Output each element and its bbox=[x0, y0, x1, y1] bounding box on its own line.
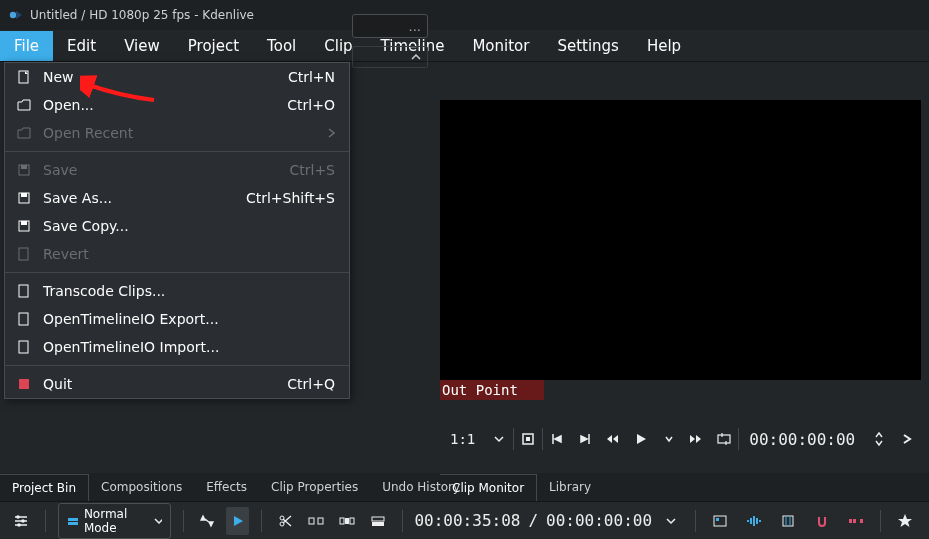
scissors-icon bbox=[278, 514, 292, 528]
menu-monitor[interactable]: Monitor bbox=[458, 31, 543, 61]
zoom-fit-button[interactable] bbox=[842, 507, 870, 535]
menu-project[interactable]: Project bbox=[174, 31, 253, 61]
overwrite-button[interactable] bbox=[367, 507, 390, 535]
menu-item-label: Save bbox=[43, 162, 289, 178]
menu-settings[interactable]: Settings bbox=[543, 31, 633, 61]
play-dropdown[interactable] bbox=[655, 425, 683, 453]
sequence-collapse[interactable] bbox=[352, 46, 428, 68]
svg-rect-36 bbox=[759, 520, 761, 522]
chevron-down-icon bbox=[666, 516, 676, 526]
svg-rect-31 bbox=[716, 518, 719, 521]
timecode-stepper[interactable] bbox=[865, 425, 893, 453]
menu-item-shortcut: Ctrl+Shift+S bbox=[246, 190, 335, 206]
tab-library[interactable]: Library bbox=[537, 474, 603, 501]
chevron-up-icon bbox=[411, 52, 421, 62]
timecode-separator: / bbox=[528, 511, 538, 530]
tab-clip-properties[interactable]: Clip Properties bbox=[259, 474, 370, 500]
menu-item-opentimelineio-import[interactable]: OpenTimelineIO Import... bbox=[5, 333, 349, 361]
window-title: Untitled / HD 1080p 25 fps - Kdenlive bbox=[30, 8, 254, 22]
svg-rect-7 bbox=[21, 221, 27, 225]
svg-rect-20 bbox=[68, 522, 78, 525]
play-button[interactable] bbox=[627, 425, 655, 453]
timecode-dropdown[interactable] bbox=[660, 507, 683, 535]
duration-timecode[interactable]: 00:00:00:00 bbox=[546, 511, 652, 530]
out-point-button[interactable] bbox=[571, 425, 599, 453]
svg-rect-14 bbox=[526, 437, 530, 441]
show-markers-button[interactable] bbox=[774, 507, 802, 535]
menu-item-save-as[interactable]: Save As...Ctrl+Shift+S bbox=[5, 184, 349, 212]
monitor-timecode[interactable]: 00:00:00:00 bbox=[739, 430, 865, 449]
menu-edit[interactable]: Edit bbox=[53, 31, 110, 61]
scale-dropdown[interactable] bbox=[485, 425, 513, 453]
search-input[interactable]: ... bbox=[352, 14, 428, 38]
svg-rect-9 bbox=[19, 285, 28, 297]
menu-view[interactable]: View bbox=[110, 31, 174, 61]
rewind-button[interactable] bbox=[599, 425, 627, 453]
play-timeline-button[interactable] bbox=[226, 507, 249, 535]
menu-separator bbox=[5, 365, 349, 366]
svg-rect-40 bbox=[860, 519, 863, 523]
svg-rect-26 bbox=[345, 518, 349, 524]
extract-zone-button[interactable] bbox=[305, 507, 328, 535]
svg-rect-10 bbox=[19, 313, 28, 325]
track-compositing-button[interactable] bbox=[195, 507, 218, 535]
edit-mode-select[interactable]: Normal Mode bbox=[58, 503, 171, 539]
timeline-settings-button[interactable] bbox=[10, 507, 33, 535]
snap-button[interactable] bbox=[808, 507, 836, 535]
in-point-button[interactable] bbox=[543, 425, 571, 453]
edit-mode-button[interactable] bbox=[710, 425, 738, 453]
monitor-scale[interactable]: 1:1 bbox=[440, 431, 485, 447]
tab-compositions[interactable]: Compositions bbox=[89, 474, 194, 500]
svg-rect-11 bbox=[19, 341, 28, 353]
menu-item-opentimelineio-export[interactable]: OpenTimelineIO Export... bbox=[5, 305, 349, 333]
quit-icon bbox=[15, 375, 33, 393]
play-icon bbox=[232, 515, 244, 527]
favorite-effects-button[interactable] bbox=[891, 507, 919, 535]
monitor-controls: 1:1 00:00:00:00 bbox=[440, 420, 921, 458]
show-video-thumbs-button[interactable] bbox=[706, 507, 734, 535]
forward-button[interactable] bbox=[683, 425, 711, 453]
clip-monitor-view[interactable] bbox=[440, 100, 921, 380]
menu-bar: File Edit View Project Tool Clip Timelin… bbox=[0, 30, 929, 62]
svg-rect-12 bbox=[19, 379, 29, 389]
chevron-right-icon bbox=[327, 128, 335, 138]
menu-item-open[interactable]: Open...Ctrl+O bbox=[5, 91, 349, 119]
svg-point-18 bbox=[18, 523, 22, 527]
save-as-icon bbox=[15, 189, 33, 207]
tab-effects[interactable]: Effects bbox=[194, 474, 259, 500]
menu-item-transcode-clips[interactable]: Transcode Clips... bbox=[5, 277, 349, 305]
menu-item-save-copy[interactable]: Save Copy... bbox=[5, 212, 349, 240]
tab-project-bin[interactable]: Project Bin bbox=[0, 474, 89, 501]
svg-rect-28 bbox=[372, 517, 384, 521]
svg-point-0 bbox=[10, 12, 16, 18]
show-audio-thumbs-button[interactable] bbox=[740, 507, 768, 535]
menu-tool[interactable]: Tool bbox=[253, 31, 310, 61]
file-menu-dropdown: NewCtrl+NOpen...Ctrl+OOpen RecentSaveCtr… bbox=[4, 62, 350, 399]
chevron-down-icon bbox=[665, 435, 673, 443]
monitor-options-button[interactable] bbox=[893, 425, 921, 453]
menu-separator bbox=[5, 151, 349, 152]
menu-item-label: Revert bbox=[43, 246, 335, 262]
menu-item-new[interactable]: NewCtrl+N bbox=[5, 63, 349, 91]
menu-file[interactable]: File bbox=[0, 31, 53, 61]
app-icon bbox=[8, 7, 24, 23]
lower-tab-strip: Project Bin Compositions Effects Clip Pr… bbox=[0, 473, 929, 501]
timeline-toolbar: Normal Mode 00:00:35:08 / 00:00:00:00 bbox=[0, 501, 929, 539]
svg-rect-33 bbox=[750, 518, 752, 524]
svg-point-17 bbox=[22, 519, 26, 523]
menu-item-shortcut: Ctrl+N bbox=[288, 69, 335, 85]
set-zone-button[interactable] bbox=[514, 425, 542, 453]
menu-help[interactable]: Help bbox=[633, 31, 695, 61]
open-file-icon bbox=[15, 96, 33, 114]
edit-mode-label: Normal Mode bbox=[84, 507, 148, 535]
menu-item-label: OpenTimelineIO Export... bbox=[43, 311, 335, 327]
playhead-timecode[interactable]: 00:00:35:08 bbox=[414, 511, 520, 530]
svg-rect-23 bbox=[309, 518, 314, 524]
svg-rect-39 bbox=[853, 519, 856, 523]
tab-clip-monitor[interactable]: Clip Monitor bbox=[440, 474, 537, 501]
menu-item-quit[interactable]: QuitCtrl+Q bbox=[5, 370, 349, 398]
cut-button[interactable] bbox=[274, 507, 297, 535]
svg-rect-37 bbox=[783, 516, 793, 526]
lift-zone-button[interactable] bbox=[336, 507, 359, 535]
title-bar: Untitled / HD 1080p 25 fps - Kdenlive bbox=[0, 0, 929, 30]
